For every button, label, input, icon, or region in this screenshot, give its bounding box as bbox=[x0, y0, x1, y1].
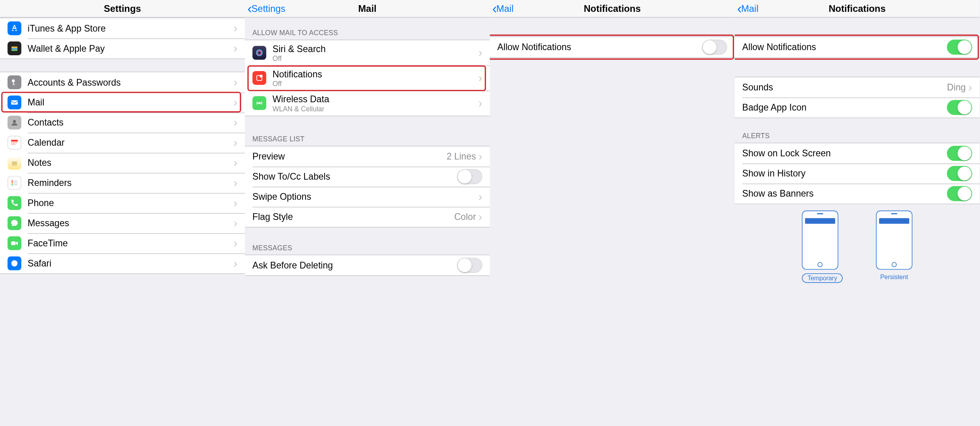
banner-style-persistent[interactable]: Persistent bbox=[876, 210, 912, 283]
toggle-show-in-history[interactable] bbox=[947, 166, 972, 181]
svg-rect-14 bbox=[13, 144, 14, 145]
notifications-icon bbox=[252, 71, 266, 85]
svg-point-31 bbox=[260, 75, 263, 77]
toggle-show-on-lock-screen[interactable] bbox=[947, 146, 972, 161]
phone-icon bbox=[7, 196, 21, 210]
svg-point-7 bbox=[13, 120, 16, 123]
svg-point-32 bbox=[259, 103, 260, 104]
chevron-right-icon: › bbox=[233, 257, 237, 270]
banner-style-temporary[interactable]: Temporary bbox=[802, 210, 838, 283]
svg-rect-0 bbox=[11, 47, 17, 48]
row-flag-style[interactable]: Flag Style Color › bbox=[245, 207, 490, 227]
messages-icon bbox=[7, 216, 21, 230]
svg-rect-5 bbox=[13, 84, 15, 85]
chevron-right-icon: › bbox=[233, 216, 237, 229]
toggle-show-to-cc[interactable] bbox=[457, 169, 482, 184]
toggle-allow-notifications[interactable] bbox=[702, 39, 727, 54]
svg-rect-6 bbox=[11, 100, 18, 105]
row-badge-app-icon[interactable]: Badge App Icon bbox=[735, 98, 980, 118]
chevron-right-icon: › bbox=[968, 81, 972, 94]
back-button[interactable]: ‹ Settings bbox=[247, 2, 285, 15]
row-wallet-apple-pay[interactable]: Wallet & Apple Pay › bbox=[0, 38, 245, 58]
facetime-icon bbox=[7, 236, 21, 250]
toggle-show-as-banners[interactable] bbox=[947, 186, 972, 201]
page-title: Notifications bbox=[735, 3, 980, 14]
svg-rect-1 bbox=[11, 48, 17, 50]
svg-rect-13 bbox=[11, 144, 12, 145]
row-reminders[interactable]: Reminders › bbox=[0, 173, 245, 193]
row-preview[interactable]: Preview 2 Lines › bbox=[245, 146, 490, 167]
chevron-right-icon: › bbox=[233, 42, 237, 55]
page-title: Settings bbox=[0, 3, 245, 14]
svg-point-20 bbox=[11, 182, 13, 184]
svg-rect-8 bbox=[11, 140, 18, 142]
svg-point-19 bbox=[11, 180, 13, 182]
row-itunes-app-store[interactable]: iTunes & App Store › bbox=[0, 18, 245, 38]
svg-rect-10 bbox=[13, 142, 14, 143]
row-messages[interactable]: Messages › bbox=[0, 213, 245, 233]
row-allow-notifications[interactable]: Allow Notifications bbox=[490, 37, 735, 57]
app-store-icon bbox=[7, 21, 21, 35]
navbar-mail: ‹ Settings Mail bbox=[245, 0, 490, 18]
reminders-icon bbox=[7, 176, 21, 190]
row-contacts[interactable]: Contacts › bbox=[0, 113, 245, 133]
navbar-settings: Settings bbox=[0, 0, 245, 18]
row-calendar[interactable]: Calendar › bbox=[0, 133, 245, 153]
contacts-icon bbox=[7, 116, 21, 129]
calendar-icon bbox=[7, 136, 21, 150]
section-header-messages: MESSAGES bbox=[245, 227, 490, 254]
row-notifications[interactable]: Notifications Off › bbox=[245, 66, 490, 91]
chevron-right-icon: › bbox=[478, 96, 482, 109]
chevron-right-icon: › bbox=[233, 136, 237, 149]
svg-point-21 bbox=[11, 184, 13, 186]
chevron-right-icon: › bbox=[233, 76, 237, 89]
chevron-right-icon: › bbox=[233, 22, 237, 35]
row-mail[interactable]: Mail › bbox=[0, 92, 245, 113]
navbar-notifications: ‹ Mail Notifications bbox=[490, 0, 735, 18]
key-icon bbox=[7, 75, 21, 89]
chevron-right-icon: › bbox=[478, 150, 482, 163]
safari-icon bbox=[7, 257, 21, 270]
svg-rect-9 bbox=[11, 142, 12, 143]
svg-rect-15 bbox=[15, 144, 15, 145]
chevron-right-icon: › bbox=[478, 190, 482, 203]
row-phone[interactable]: Phone › bbox=[0, 193, 245, 213]
chevron-right-icon: › bbox=[233, 96, 237, 109]
row-wireless-data[interactable]: Wireless Data WLAN & Cellular › bbox=[245, 90, 490, 116]
toggle-badge-app-icon[interactable] bbox=[947, 100, 972, 115]
row-safari[interactable]: Safari › bbox=[0, 253, 245, 274]
row-notes[interactable]: Notes › bbox=[0, 153, 245, 173]
row-show-on-lock-screen[interactable]: Show on Lock Screen bbox=[735, 143, 980, 163]
back-button[interactable]: ‹ Mail bbox=[737, 2, 758, 15]
back-button[interactable]: ‹ Mail bbox=[492, 2, 513, 15]
chevron-right-icon: › bbox=[233, 156, 237, 169]
wallet-icon bbox=[7, 41, 21, 55]
svg-rect-25 bbox=[11, 241, 15, 245]
row-show-to-cc[interactable]: Show To/Cc Labels bbox=[245, 167, 490, 187]
svg-rect-11 bbox=[15, 142, 15, 143]
svg-rect-12 bbox=[16, 142, 17, 143]
chevron-right-icon: › bbox=[233, 236, 237, 250]
row-show-as-banners[interactable]: Show as Banners bbox=[735, 184, 980, 204]
siri-icon bbox=[252, 46, 266, 60]
row-siri-search[interactable]: Siri & Search Off › bbox=[245, 40, 490, 66]
section-header-allow: ALLOW MAIL TO ACCESS bbox=[245, 18, 490, 40]
mail-icon bbox=[7, 96, 21, 109]
toggle-allow-notifications[interactable] bbox=[947, 39, 972, 54]
row-swipe-options[interactable]: Swipe Options › bbox=[245, 187, 490, 207]
svg-point-29 bbox=[258, 51, 261, 54]
chevron-right-icon: › bbox=[478, 46, 482, 59]
row-allow-notifications[interactable]: Allow Notifications bbox=[735, 37, 980, 57]
wireless-icon bbox=[252, 96, 266, 110]
row-show-in-history[interactable]: Show in History bbox=[735, 163, 980, 184]
row-sounds[interactable]: Sounds Ding › bbox=[735, 77, 980, 98]
notes-icon bbox=[7, 156, 21, 170]
toggle-ask-before-deleting[interactable] bbox=[457, 258, 482, 273]
chevron-right-icon: › bbox=[233, 116, 237, 129]
row-ask-before-deleting[interactable]: Ask Before Deleting bbox=[245, 255, 490, 275]
row-accounts-passwords[interactable]: Accounts & Passwords › bbox=[0, 72, 245, 92]
section-header-message-list: MESSAGE LIST bbox=[245, 116, 490, 146]
chevron-right-icon: › bbox=[233, 197, 237, 210]
chevron-right-icon: › bbox=[233, 176, 237, 190]
row-facetime[interactable]: FaceTime › bbox=[0, 233, 245, 253]
